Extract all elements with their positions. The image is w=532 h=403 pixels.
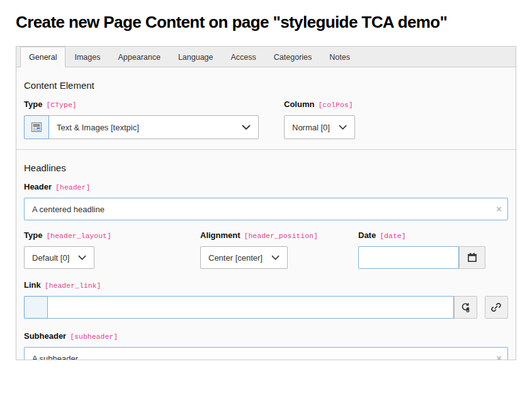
link-input[interactable] xyxy=(47,296,454,319)
date-picker-button[interactable] xyxy=(459,246,485,269)
header-link-code-tag: [header_link] xyxy=(45,281,101,290)
link-type-icon xyxy=(24,296,47,319)
column-label: Column xyxy=(284,99,314,109)
date-label: Date xyxy=(358,230,376,240)
header-layout-label: Type xyxy=(24,230,42,240)
link-browser-button[interactable] xyxy=(485,296,508,319)
link-explanation-toggle-button[interactable] xyxy=(454,296,477,319)
page-title: Create new Page Content on page "stylegu… xyxy=(16,13,447,32)
section-content-element: Content Element Type[CType] xyxy=(16,67,516,150)
calendar-icon xyxy=(467,252,478,263)
header-link-label: Link xyxy=(24,280,41,290)
form-panel: General Images Appearance Language Acces… xyxy=(16,46,516,360)
header-layout-select[interactable]: Default [0] xyxy=(24,246,94,269)
colpos-select-value: Normal [0] xyxy=(292,123,330,132)
ctype-select-value: Text & Images [textpic] xyxy=(57,123,139,132)
subheader-code-tag: [subheader] xyxy=(70,332,118,341)
colpos-select[interactable]: Normal [0] xyxy=(284,115,355,139)
link-icon xyxy=(490,302,502,313)
link-toggle-icon xyxy=(460,302,471,313)
date-input[interactable] xyxy=(358,246,459,269)
section-heading-content-element: Content Element xyxy=(24,80,508,91)
ctype-select[interactable]: Text & Images [textpic] xyxy=(49,115,259,139)
chevron-down-icon xyxy=(271,255,280,260)
tab-language[interactable]: Language xyxy=(169,47,222,67)
header-position-select-value: Center [center] xyxy=(208,253,263,263)
header-position-code-tag: [header_position] xyxy=(244,232,318,240)
tab-categories[interactable]: Categories xyxy=(265,47,320,67)
section-headlines: Headlines Header[header] × Type[header_l… xyxy=(16,150,516,360)
header-position-label: Alignment xyxy=(200,230,241,240)
tab-general[interactable]: General xyxy=(20,47,65,67)
type-label: Type xyxy=(24,99,42,109)
column-code-tag: [colPos] xyxy=(318,101,353,109)
type-code-tag: [CType] xyxy=(46,101,76,109)
header-code-tag: [header] xyxy=(55,183,90,191)
header-input[interactable] xyxy=(24,198,508,220)
tab-notes[interactable]: Notes xyxy=(320,47,359,67)
header-layout-code-tag: [header_layout] xyxy=(46,232,111,240)
clear-icon[interactable]: × xyxy=(496,203,502,215)
header-layout-select-value: Default [0] xyxy=(32,253,69,263)
date-code-tag: [date] xyxy=(380,232,405,240)
content-element-type-icon xyxy=(24,115,49,139)
header-label: Header xyxy=(24,182,52,191)
chevron-down-icon xyxy=(242,125,251,130)
tab-access[interactable]: Access xyxy=(222,47,265,67)
subheader-label: Subheader xyxy=(24,331,66,341)
header-position-select[interactable]: Center [center] xyxy=(200,246,288,269)
tab-images[interactable]: Images xyxy=(65,47,109,67)
tab-bar: General Images Appearance Language Acces… xyxy=(16,47,516,67)
chevron-down-icon xyxy=(339,125,347,130)
section-heading-headlines: Headlines xyxy=(24,162,508,173)
clear-icon[interactable]: × xyxy=(496,352,502,360)
tab-appearance[interactable]: Appearance xyxy=(109,47,169,67)
subheader-input[interactable] xyxy=(24,347,508,360)
chevron-down-icon xyxy=(78,255,86,260)
